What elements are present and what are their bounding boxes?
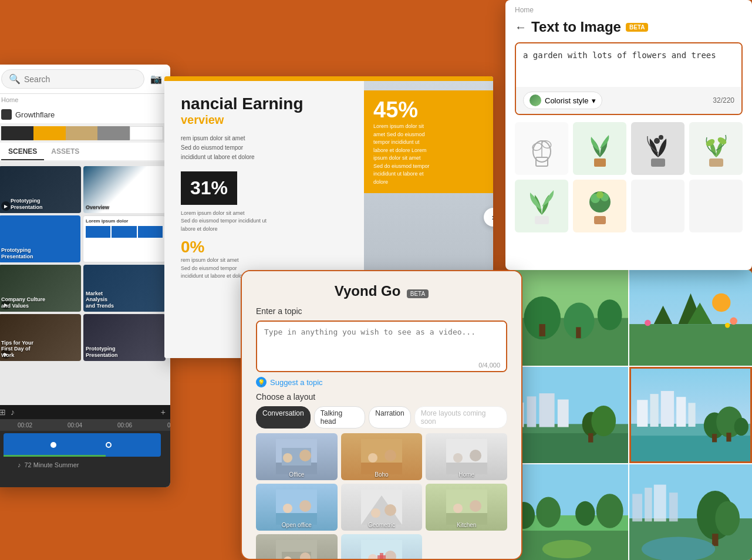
layout-label-office: Office — [256, 471, 338, 478]
landscape-cell-6[interactable] — [629, 464, 752, 560]
suggest-label: Suggest a topic — [270, 378, 323, 387]
slide-row-3: ▶ Company Cultureand Values MarketAnalys… — [0, 265, 166, 312]
svg-point-103 — [385, 504, 396, 516]
timeline-handle-1[interactable] — [50, 442, 56, 448]
svg-rect-21 — [594, 216, 606, 224]
svg-point-87 — [299, 450, 311, 461]
timeline-handle-2[interactable] — [106, 442, 112, 448]
svg-point-99 — [299, 500, 311, 512]
tti-plant-7[interactable] — [631, 180, 684, 232]
layout-thumb-warehouse[interactable]: Warehouse — [256, 534, 338, 560]
slide-lorem-text: rem ipsum dolor sit ametSed do eiusmod t… — [181, 134, 348, 162]
music-label: 72 Minute Summer — [25, 461, 79, 468]
tti-plant-5[interactable] — [515, 180, 568, 232]
layout-thumb-kitchen[interactable]: Kitchen — [426, 484, 507, 531]
svg-point-70 — [575, 501, 595, 526]
svg-rect-14 — [651, 158, 665, 167]
slide-thumb-4[interactable]: Lorem ipsum dolor — [83, 215, 166, 262]
slide-thumb-1[interactable]: ▶ PrototypingPresentation — [0, 166, 81, 213]
slide-label-6: MarketAnalysisand Trends — [86, 291, 114, 309]
slide-stat-1: 45% — [373, 97, 484, 123]
brand-row: Growthflare — [0, 106, 170, 124]
landscape-cell-3[interactable] — [505, 367, 628, 463]
timeline-icon-plus[interactable]: + — [161, 407, 166, 417]
tti-title: Text to Image — [531, 19, 621, 35]
layout-label-boho: Boho — [341, 471, 423, 478]
vyond-topic-label: Enter a topic — [256, 306, 507, 316]
music-note-icon: ♪ — [18, 461, 21, 468]
svg-point-80 — [715, 501, 740, 536]
slide-thumb-5[interactable]: ▶ Company Cultureand Values — [0, 265, 81, 312]
slide-label-4: Lorem ipsum dolor — [83, 216, 165, 226]
svg-rect-56 — [650, 394, 658, 427]
layout-tab-talkinghead[interactable]: Talking head — [314, 406, 366, 429]
tti-textarea[interactable] — [516, 43, 741, 85]
timeline-icon-music[interactable]: ♪ — [11, 407, 15, 417]
landscape-cell-5[interactable] — [505, 464, 628, 560]
landscape-cell-4[interactable] — [629, 367, 752, 463]
svg-rect-17 — [709, 158, 723, 167]
svg-rect-44 — [505, 433, 628, 463]
tti-plant-2[interactable] — [573, 122, 626, 175]
layout-label-home: Home — [426, 471, 507, 478]
slide-stat-2: 31% — [190, 177, 228, 199]
timeline-icon-grid[interactable]: ⊞ — [0, 407, 6, 417]
tti-char-count: 32/220 — [713, 96, 734, 104]
search-input[interactable] — [24, 75, 137, 84]
slide-row-2: PrototypingPresentation Lorem ipsum dolo… — [0, 215, 166, 262]
layout-thumb-geometric[interactable]: Geometric — [341, 484, 423, 531]
landscape-cell-1[interactable] — [505, 270, 628, 366]
slide-label-8: PrototypingPresentation — [86, 346, 118, 359]
vyond-textarea[interactable] — [257, 322, 506, 357]
tti-plant-6[interactable] — [573, 180, 626, 232]
vyond-suggest-button[interactable]: 💡 Suggest a topic — [256, 377, 507, 387]
slide-thumb-2[interactable]: Overview — [83, 166, 166, 213]
svg-rect-118 — [377, 555, 386, 559]
svg-point-91 — [385, 450, 396, 461]
brand-icon — [1, 109, 12, 120]
layout-thumb-boho[interactable]: Boho — [341, 433, 423, 480]
tti-style-dropdown[interactable]: Colorist style ▾ — [523, 92, 602, 109]
slide-thumb-3[interactable]: PrototypingPresentation — [0, 215, 80, 262]
slide-thumb-7[interactable]: ▶ Tips for YourFirst Day ofWork — [0, 314, 81, 361]
svg-point-71 — [596, 494, 623, 528]
svg-point-94 — [453, 453, 463, 463]
tab-assets[interactable]: ASSETS — [44, 143, 86, 160]
timeline-music-row: ♪ 72 Minute Summer — [0, 459, 170, 471]
layout-tab-narration[interactable]: Narration — [369, 406, 410, 429]
layout-label-kitchen: Kitchen — [426, 522, 507, 528]
tti-images-grid — [505, 115, 752, 239]
slide-stat-3: 0% — [181, 238, 348, 257]
vyond-title: Vyond Go — [335, 283, 400, 299]
svg-point-62 — [734, 418, 748, 436]
tti-plant-8[interactable] — [689, 180, 743, 232]
tti-plant-1[interactable] — [515, 122, 568, 175]
tti-panel: Home ← Text to Image BETA Colorist style… — [505, 0, 752, 270]
svg-point-38 — [712, 294, 730, 312]
layout-thumb-healthcare[interactable]: Healthcare — [341, 534, 423, 560]
timeline-ruler: 00:02 00:04 00:06 00:08 00:10 — [0, 419, 170, 431]
tti-back-button[interactable]: ← — [515, 21, 527, 34]
layout-thumb-office[interactable]: Office — [256, 433, 338, 480]
camera-icon[interactable]: 📷 — [149, 72, 163, 86]
landscape-cell-2[interactable] — [629, 270, 752, 366]
landscape-panel — [505, 270, 752, 560]
slide-thumb-6[interactable]: MarketAnalysisand Trends — [83, 265, 166, 312]
tab-scenes[interactable]: SCENES — [1, 143, 44, 160]
svg-rect-31 — [539, 324, 545, 336]
layout-tab-conversation[interactable]: Conversation — [256, 406, 311, 429]
layout-tab-more: More layouts coming soon — [414, 406, 507, 429]
tti-header: ← Text to Image BETA — [505, 16, 752, 42]
slide-grid: ▶ PrototypingPresentation Overview Proto… — [0, 161, 170, 420]
layout-thumb-openoffice[interactable]: Open office — [256, 484, 338, 531]
slide-row-4: ▶ Tips for YourFirst Day ofWork Prototyp… — [0, 314, 166, 361]
slide-accent-bar — [164, 76, 493, 81]
tti-plant-4[interactable] — [689, 122, 743, 175]
slide-thumb-8[interactable]: PrototypingPresentation — [83, 314, 166, 361]
color-swatches — [1, 126, 163, 140]
svg-rect-55 — [637, 400, 648, 427]
svg-rect-46 — [527, 397, 537, 427]
search-bar[interactable]: 🔍 — [1, 69, 144, 89]
tti-plant-3[interactable] — [631, 122, 684, 175]
layout-thumb-home[interactable]: Home — [426, 433, 507, 480]
